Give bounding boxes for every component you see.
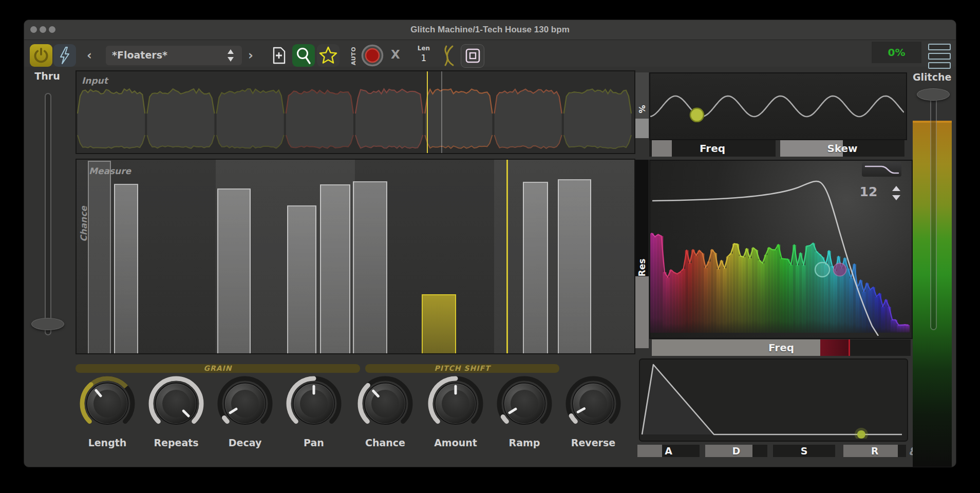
envelope-display[interactable] [639,358,908,442]
preset-next-button[interactable]: › [248,48,253,63]
chance-bar[interactable] [558,179,591,353]
glitched-label: Glitche [913,71,954,83]
power-button[interactable] [30,44,52,67]
lightning-icon [53,44,76,67]
preset-stepper-icon[interactable] [227,49,235,62]
adsr-slider-label: R [843,445,906,457]
input-waveform-panel[interactable]: Input [76,70,635,154]
bypass-lightning-button[interactable] [53,44,76,67]
knob-label: Repeats [140,437,212,448]
file-add-icon [268,44,290,67]
clear-button[interactable]: X [391,48,400,61]
filter-res-strip[interactable]: Res [635,160,649,337]
input-waveform [77,71,634,153]
knob-label: Reverse [557,437,629,448]
chance-bar[interactable] [287,205,316,353]
adsr-envelope [640,359,905,439]
chance-bar[interactable] [88,161,111,353]
knob-label: Chance [349,437,421,448]
menu-button[interactable] [928,44,951,71]
chance-bar[interactable] [353,181,387,353]
measure-label: Measure [89,166,131,176]
input-label: Input [82,75,108,86]
adsr-slider-s[interactable]: S [773,445,835,457]
lfo-waveform [650,73,904,137]
pitch-shift-header: PITCH SHIFT [365,364,559,373]
knob-chance[interactable]: Chance [354,373,416,437]
knob-length[interactable]: Length [77,373,138,437]
star-icon [317,44,340,67]
measure-playhead [506,160,508,353]
knob-label: Amount [420,437,492,448]
chance-bar[interactable] [523,182,548,353]
chance-bar-active[interactable] [422,294,456,353]
lfo-freq-label: Freq [649,140,776,157]
lfo-amount-fill [635,119,649,138]
grain-header: GRAIN [76,364,360,373]
filter-handle-a [815,262,830,277]
record-button[interactable] [360,43,385,68]
favorite-button[interactable] [317,44,340,67]
title-bar[interactable]: Glitch Machine/1-Tech House 130 bpm [24,20,956,40]
knob-decay[interactable]: Decay [214,373,276,437]
lfo-display[interactable] [649,72,907,140]
chance-axis-label: Chance [79,206,89,242]
filter-freq-label: Freq [652,339,911,356]
knob-pan[interactable]: Pan [283,373,345,437]
chance-bar[interactable] [320,184,350,353]
glitched-slider-track[interactable] [930,90,937,330]
plugin-window: Glitch Machine/1-Tech House 130 bpm ‹ *F… [24,20,956,467]
adsr-slider-label: S [773,445,835,457]
adsr-slider-r[interactable]: R [843,445,906,457]
filter-slope-button[interactable] [862,162,901,177]
preset-name: *Floaters* [112,49,167,61]
lfo-skew-slider[interactable]: Skew [780,140,904,157]
record-icon [360,43,385,68]
chance-bar[interactable] [217,188,251,353]
adsr-slider-d[interactable]: D [705,445,767,457]
knob-reverse[interactable]: Reverse [562,373,624,437]
save-preset-button[interactable] [268,44,290,67]
bounding-box-icon [461,45,484,67]
filter-freq-slider[interactable]: Freq [652,339,911,356]
slope-stepper-icon[interactable] [891,185,901,201]
search-button[interactable] [292,44,315,67]
scribble-button[interactable] [440,44,459,67]
thru-slider-track[interactable] [45,93,51,335]
knob-label: Decay [209,437,281,448]
len-control[interactable]: Len 1 [412,45,435,63]
knob-label: Pan [278,437,350,448]
adsr-slider-label: D [705,445,767,457]
lfo-dot-handle [690,108,704,122]
power-icon [30,44,52,67]
input-ghost-line [441,71,442,153]
len-value: 1 [412,53,435,63]
knob-ramp[interactable]: Ramp [494,373,555,437]
thru-slider-handle[interactable] [31,318,64,330]
filter-slope-value[interactable]: 12 [857,184,880,199]
window-title: Glitch Machine/1-Tech House 130 bpm [24,25,956,35]
mix-percent-display[interactable]: 0% [872,42,921,63]
glitched-slider-handle[interactable] [917,88,950,101]
len-label: Len [412,45,435,52]
preset-prev-button[interactable]: ‹ [87,48,92,63]
filter-handle-b [834,263,846,276]
lfo-percent-label: % [637,105,647,113]
frame-button[interactable] [461,44,484,68]
menu-icon [928,44,951,50]
filter-res-fill [635,276,649,348]
input-playhead [427,71,428,153]
search-icon [292,44,315,67]
knob-repeats[interactable]: Repeats [145,373,207,437]
scribble-icon [440,44,459,67]
chance-bar[interactable] [114,184,138,353]
lfo-amount-strip[interactable]: % [635,72,649,138]
adsr-slider-a[interactable]: A [637,445,700,457]
filter-res-label: Res [637,259,647,277]
lfo-skew-label: Skew [780,140,904,157]
lfo-freq-slider[interactable]: Freq [649,140,776,157]
knob-amount[interactable]: Amount [425,373,486,437]
preset-selector[interactable]: *Floaters* [106,46,242,65]
knob-label: Ramp [488,437,560,448]
chance-grid-panel[interactable]: Measure Chance [76,159,635,354]
